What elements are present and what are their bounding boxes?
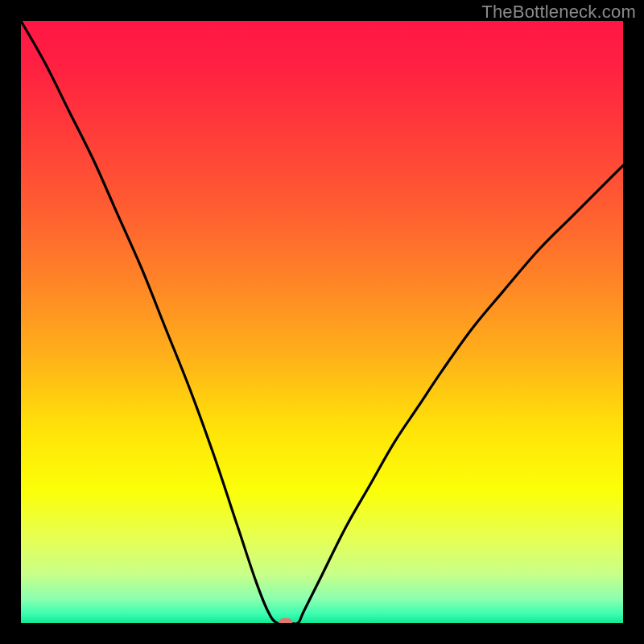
watermark-text: TheBottleneck.com: [481, 2, 636, 23]
optimum-marker: [279, 618, 293, 623]
bottleneck-curve: [21, 21, 623, 623]
chart-frame: TheBottleneck.com: [0, 0, 644, 644]
plot-area: [21, 21, 623, 623]
curve-svg: [21, 21, 623, 623]
